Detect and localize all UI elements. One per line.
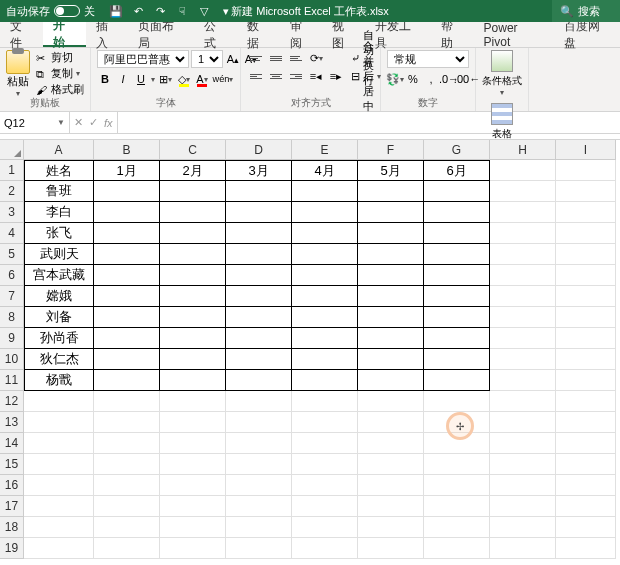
cell-G1[interactable]: 6月 <box>424 160 490 181</box>
copy-button[interactable]: ⧉复制▾ <box>36 66 84 81</box>
row-header-10[interactable]: 10 <box>0 349 24 370</box>
cell-D3[interactable] <box>226 202 292 223</box>
row-header-15[interactable]: 15 <box>0 454 24 475</box>
cell-A11[interactable]: 杨戬 <box>24 370 94 391</box>
cell-C3[interactable] <box>160 202 226 223</box>
cell-D5[interactable] <box>226 244 292 265</box>
cell-D16[interactable] <box>226 475 292 496</box>
cell-A3[interactable]: 李白 <box>24 202 94 223</box>
cell-G2[interactable] <box>424 181 490 202</box>
cell-D12[interactable] <box>226 391 292 412</box>
cell-C13[interactable] <box>160 412 226 433</box>
cell-A2[interactable]: 鲁班 <box>24 181 94 202</box>
cell-B3[interactable] <box>94 202 160 223</box>
column-header-E[interactable]: E <box>292 140 358 160</box>
cell-G4[interactable] <box>424 223 490 244</box>
cell-H19[interactable] <box>490 538 556 559</box>
cell-A7[interactable]: 嫦娥 <box>24 286 94 307</box>
cell-G7[interactable] <box>424 286 490 307</box>
cell-D19[interactable] <box>226 538 292 559</box>
cell-I19[interactable] <box>556 538 616 559</box>
cell-A19[interactable] <box>24 538 94 559</box>
cell-C18[interactable] <box>160 517 226 538</box>
cell-E17[interactable] <box>292 496 358 517</box>
cell-B8[interactable] <box>94 307 160 328</box>
cell-E3[interactable] <box>292 202 358 223</box>
cancel-icon[interactable]: ✕ <box>74 116 83 129</box>
cell-C5[interactable] <box>160 244 226 265</box>
cell-B10[interactable] <box>94 349 160 370</box>
cell-D18[interactable] <box>226 517 292 538</box>
bold-button[interactable]: B <box>97 70 113 88</box>
cell-G14[interactable] <box>424 433 490 454</box>
cell-E5[interactable] <box>292 244 358 265</box>
cell-C4[interactable] <box>160 223 226 244</box>
cell-E7[interactable] <box>292 286 358 307</box>
enter-icon[interactable]: ✓ <box>89 116 98 129</box>
cell-H13[interactable] <box>490 412 556 433</box>
underline-button[interactable]: U <box>133 70 149 88</box>
tab-页面布局[interactable]: 页面布局 <box>128 22 194 47</box>
cell-C14[interactable] <box>160 433 226 454</box>
cell-H3[interactable] <box>490 202 556 223</box>
cell-F15[interactable] <box>358 454 424 475</box>
cell-F2[interactable] <box>358 181 424 202</box>
cell-H8[interactable] <box>490 307 556 328</box>
cell-C8[interactable] <box>160 307 226 328</box>
cell-H17[interactable] <box>490 496 556 517</box>
cell-H9[interactable] <box>490 328 556 349</box>
row-header-2[interactable]: 2 <box>0 181 24 202</box>
cell-D2[interactable] <box>226 181 292 202</box>
cell-I5[interactable] <box>556 244 616 265</box>
cell-H5[interactable] <box>490 244 556 265</box>
italic-button[interactable]: I <box>115 70 131 88</box>
cell-F7[interactable] <box>358 286 424 307</box>
name-box[interactable]: ▼ <box>0 112 70 133</box>
font-family-select[interactable]: 阿里巴巴普惠体 <box>97 50 189 68</box>
format-painter-button[interactable]: 🖌格式刷 <box>36 82 84 97</box>
cell-C2[interactable] <box>160 181 226 202</box>
tab-数据[interactable]: 数据 <box>237 22 280 47</box>
cell-E11[interactable] <box>292 370 358 391</box>
cell-F10[interactable] <box>358 349 424 370</box>
select-all-corner[interactable] <box>0 140 24 160</box>
cell-D10[interactable] <box>226 349 292 370</box>
column-header-D[interactable]: D <box>226 140 292 160</box>
cell-I6[interactable] <box>556 265 616 286</box>
cell-A1[interactable]: 姓名 <box>24 160 94 181</box>
align-center-button[interactable] <box>267 68 285 84</box>
cell-G3[interactable] <box>424 202 490 223</box>
cell-A15[interactable] <box>24 454 94 475</box>
phonetic-button[interactable]: wén▾ <box>212 70 234 88</box>
cell-G13[interactable] <box>424 412 490 433</box>
cell-H16[interactable] <box>490 475 556 496</box>
cell-B16[interactable] <box>94 475 160 496</box>
cell-C15[interactable] <box>160 454 226 475</box>
cell-A9[interactable]: 孙尚香 <box>24 328 94 349</box>
cell-G5[interactable] <box>424 244 490 265</box>
align-right-button[interactable] <box>287 68 305 84</box>
cell-G18[interactable] <box>424 517 490 538</box>
cell-B13[interactable] <box>94 412 160 433</box>
tab-审阅[interactable]: 审阅 <box>280 22 323 47</box>
cell-D8[interactable] <box>226 307 292 328</box>
cell-G12[interactable] <box>424 391 490 412</box>
cell-H11[interactable] <box>490 370 556 391</box>
cell-I16[interactable] <box>556 475 616 496</box>
tab-Power Pivot[interactable]: Power Pivot <box>474 22 555 47</box>
cell-F8[interactable] <box>358 307 424 328</box>
cell-H15[interactable] <box>490 454 556 475</box>
cell-I8[interactable] <box>556 307 616 328</box>
row-header-3[interactable]: 3 <box>0 202 24 223</box>
decrease-decimal-button[interactable]: .00← <box>459 70 475 88</box>
column-header-G[interactable]: G <box>424 140 490 160</box>
cell-H2[interactable] <box>490 181 556 202</box>
cell-E9[interactable] <box>292 328 358 349</box>
tab-帮助[interactable]: 帮助 <box>431 22 474 47</box>
row-header-4[interactable]: 4 <box>0 223 24 244</box>
cell-G11[interactable] <box>424 370 490 391</box>
cell-A12[interactable] <box>24 391 94 412</box>
redo-icon[interactable]: ↷ <box>153 4 167 18</box>
cell-G9[interactable] <box>424 328 490 349</box>
cell-E19[interactable] <box>292 538 358 559</box>
